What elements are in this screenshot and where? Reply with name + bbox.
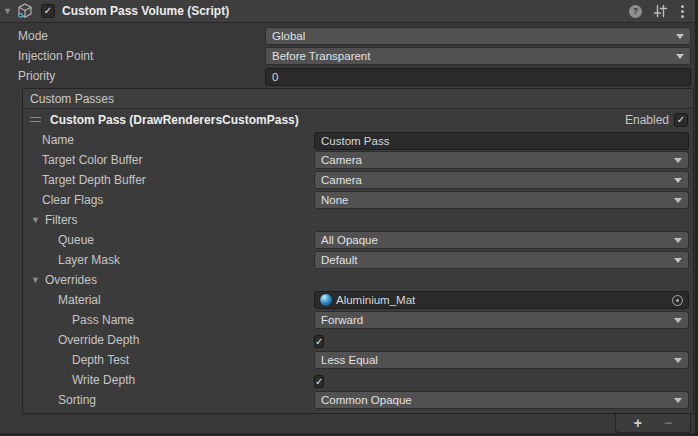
injection-point-dropdown[interactable]: Before Transparent — [265, 47, 691, 65]
script-cube-icon — [16, 2, 34, 20]
custom-passes-title: Custom Passes — [30, 92, 114, 106]
clear-flags-label: Clear Flags — [23, 193, 314, 207]
overrides-foldout-icon[interactable]: ▼ — [31, 275, 40, 285]
mode-row: Mode Global — [0, 26, 695, 46]
component-foldout-icon[interactable]: ▼ — [0, 6, 15, 16]
override-depth-row: Override Depth ✓ — [23, 330, 693, 350]
priority-row: Priority — [0, 66, 695, 86]
injection-point-row: Injection Point Before Transparent — [0, 46, 695, 66]
filters-label: Filters — [45, 213, 78, 227]
target-color-buffer-row: Target Color Buffer Camera — [23, 150, 693, 170]
override-depth-label: Override Depth — [23, 333, 314, 347]
dropdown-arrow-icon — [676, 34, 684, 39]
custom-passes-header: Custom Passes — [23, 89, 693, 109]
clear-flags-dropdown[interactable]: None — [314, 191, 689, 209]
pass-enabled-label: Enabled — [625, 113, 669, 127]
clear-flags-row: Clear Flags None — [23, 190, 693, 210]
priority-input[interactable] — [265, 68, 691, 86]
target-color-buffer-label: Target Color Buffer — [23, 153, 314, 167]
mode-value: Global — [272, 30, 305, 42]
clear-flags-value: None — [321, 194, 349, 206]
sorting-row: Sorting Common Opaque — [23, 390, 693, 410]
custom-passes-box: Custom Passes Custom Pass (DrawRenderers… — [22, 88, 694, 414]
material-label: Material — [23, 293, 314, 307]
pass-enabled-checkbox[interactable]: ✓ — [674, 113, 688, 127]
add-pass-button[interactable]: + — [634, 416, 642, 430]
queue-row: Queue All Opaque — [23, 230, 693, 250]
object-picker-icon[interactable] — [672, 295, 683, 306]
component-title: Custom Pass Volume (Script) — [62, 4, 229, 18]
dropdown-arrow-icon — [674, 318, 682, 323]
depth-test-value: Less Equal — [321, 354, 378, 366]
material-value: Aluminium_Mat — [336, 294, 415, 306]
priority-label: Priority — [0, 69, 265, 83]
sorting-label: Sorting — [23, 393, 314, 407]
list-footer: + − — [615, 414, 691, 433]
filters-foldout-row[interactable]: ▼ Filters — [23, 210, 693, 230]
pass-name-input[interactable] — [314, 132, 689, 150]
pass-item-header[interactable]: Custom Pass (DrawRenderersCustomPass) En… — [23, 109, 693, 130]
component-header[interactable]: ▼ ✓ Custom Pass Volume (Script) ? — [0, 0, 695, 23]
write-depth-checkbox[interactable]: ✓ — [314, 375, 324, 388]
filters-foldout-icon[interactable]: ▼ — [31, 215, 40, 225]
injection-point-label: Injection Point — [0, 49, 265, 63]
help-icon[interactable]: ? — [629, 5, 642, 18]
queue-value: All Opaque — [321, 234, 378, 246]
layer-mask-dropdown[interactable]: Default — [314, 251, 689, 269]
dropdown-arrow-icon — [674, 158, 682, 163]
target-depth-buffer-dropdown[interactable]: Camera — [314, 171, 689, 189]
volume-properties: Mode Global Injection Point Before Trans… — [0, 23, 695, 86]
layer-mask-row: Layer Mask Default — [23, 250, 693, 270]
queue-label: Queue — [23, 233, 314, 247]
sorting-value: Common Opaque — [321, 394, 412, 406]
pass-name-label: Pass Name — [23, 313, 314, 327]
target-depth-buffer-label: Target Depth Buffer — [23, 173, 314, 187]
header-toolbar: ? — [629, 4, 695, 19]
pass-enabled-wrap: Enabled ✓ — [625, 113, 693, 127]
material-sphere-icon — [320, 294, 332, 306]
more-options-icon[interactable] — [679, 4, 686, 19]
injection-point-value: Before Transparent — [272, 50, 370, 62]
depth-test-row: Depth Test Less Equal — [23, 350, 693, 370]
overrides-foldout-row[interactable]: ▼ Overrides — [23, 270, 693, 290]
pass-name-value: Forward — [321, 314, 363, 326]
pass-name-dropdown[interactable]: Forward — [314, 311, 689, 329]
dropdown-arrow-icon — [674, 358, 682, 363]
sorting-dropdown[interactable]: Common Opaque — [314, 391, 689, 409]
component-enabled-checkbox[interactable]: ✓ — [41, 4, 55, 18]
material-object-field[interactable]: Aluminium_Mat — [314, 291, 689, 309]
write-depth-row: Write Depth ✓ — [23, 370, 693, 390]
dropdown-arrow-icon — [674, 398, 682, 403]
overrides-label: Overrides — [45, 273, 97, 287]
target-color-buffer-dropdown[interactable]: Camera — [314, 151, 689, 169]
pass-title: Custom Pass (DrawRenderersCustomPass) — [50, 113, 299, 127]
layer-mask-value: Default — [321, 254, 357, 266]
override-depth-checkbox[interactable]: ✓ — [314, 335, 324, 348]
remove-pass-button[interactable]: − — [664, 416, 672, 430]
dropdown-arrow-icon — [674, 258, 682, 263]
name-label: Name — [23, 133, 314, 147]
dropdown-arrow-icon — [674, 198, 682, 203]
target-color-buffer-value: Camera — [321, 154, 362, 166]
dropdown-arrow-icon — [676, 54, 684, 59]
depth-test-label: Depth Test — [23, 353, 314, 367]
layer-mask-label: Layer Mask — [23, 253, 314, 267]
dropdown-arrow-icon — [674, 238, 682, 243]
dropdown-arrow-icon — [674, 178, 682, 183]
name-row: Name — [23, 130, 693, 150]
target-depth-buffer-row: Target Depth Buffer Camera — [23, 170, 693, 190]
mode-label: Mode — [0, 29, 265, 43]
drag-handle-icon[interactable] — [30, 117, 41, 122]
pass-name-row: Pass Name Forward — [23, 310, 693, 330]
mode-dropdown[interactable]: Global — [265, 27, 691, 45]
material-row: Material Aluminium_Mat — [23, 290, 693, 310]
presets-icon[interactable] — [653, 4, 668, 18]
inspector-window: ▼ ✓ Custom Pass Volume (Script) ? — [0, 0, 698, 436]
target-depth-buffer-value: Camera — [321, 174, 362, 186]
queue-dropdown[interactable]: All Opaque — [314, 231, 689, 249]
depth-test-dropdown[interactable]: Less Equal — [314, 351, 689, 369]
write-depth-label: Write Depth — [23, 373, 314, 387]
